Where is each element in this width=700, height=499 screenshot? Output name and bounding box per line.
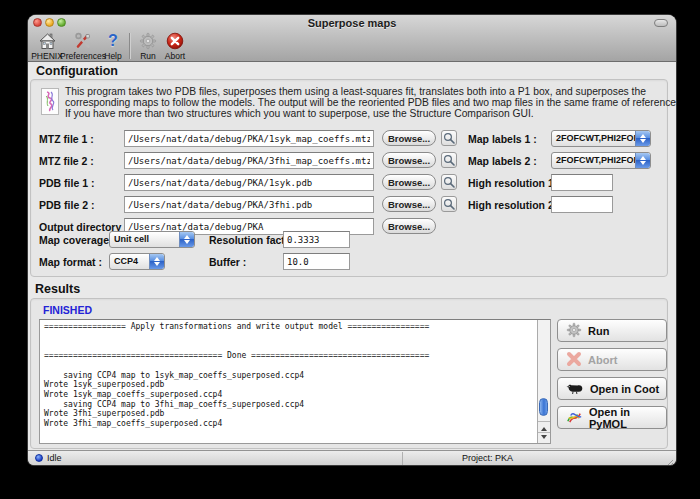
open-in-pymol-button[interactable]: Open in PyMOL	[557, 406, 667, 429]
magnifier-button[interactable]	[441, 174, 457, 190]
status-bar: Idle Project: PKA	[28, 450, 676, 465]
map-format-label: Map format :	[39, 256, 102, 268]
high-resolution-2-label: High resolution 2 :	[468, 199, 560, 211]
configuration-panel: This program takes two PDB files, superp…	[30, 79, 668, 277]
scrollbar-thumb[interactable]	[539, 398, 548, 416]
console-panel: ================= Apply transformations …	[39, 319, 551, 444]
toolbar-toggle-button[interactable]	[654, 19, 668, 27]
scrollbar[interactable]	[537, 320, 550, 443]
toolbar-help-label: Help	[104, 51, 121, 61]
app-window: Superpose maps PHENIX	[28, 15, 676, 465]
pdb-file-2-label: PDB file 2 :	[39, 199, 94, 211]
status-idle-text: Idle	[47, 453, 62, 463]
tools-icon	[74, 31, 93, 50]
toolbar-separator	[129, 33, 130, 59]
stepper-arrows-icon	[635, 131, 650, 146]
map-coverage-row: Map coverage : Unit cell Resolution fact…	[31, 231, 669, 249]
stepper-arrows-icon	[635, 153, 650, 168]
mtz-file-1-input[interactable]	[124, 130, 374, 147]
open-in-coot-label: Open in Coot	[590, 383, 659, 395]
screen: Superpose maps PHENIX	[0, 0, 700, 499]
abort-x-icon	[166, 31, 184, 50]
mtz-file-2-browse-button[interactable]: Browse...	[382, 152, 436, 168]
toolbar-run-button[interactable]: Run	[135, 31, 161, 61]
coot-bird-icon	[566, 381, 584, 397]
pdb-file-2-input[interactable]	[124, 196, 374, 213]
magnifier-button[interactable]	[441, 196, 457, 212]
map-format-dropdown[interactable]: CCP4	[109, 253, 165, 270]
mtz-file-1-browse-button[interactable]: Browse...	[382, 130, 436, 146]
program-description: This program takes two PDB files, superp…	[65, 86, 676, 120]
gear-icon	[566, 322, 582, 340]
up-arrow-icon	[541, 424, 547, 431]
scroll-down-button[interactable]	[538, 432, 550, 443]
map-format-row: Map format : CCP4 Buffer :	[31, 253, 669, 271]
run-button-label: Run	[588, 325, 609, 337]
status-text: FINISHED	[43, 304, 92, 316]
high-resolution-1-input[interactable]	[551, 174, 613, 191]
window-title: Superpose maps	[28, 17, 676, 30]
window-chrome: Superpose maps PHENIX	[28, 15, 676, 62]
map-coverage-value: Unit cell	[110, 232, 179, 247]
mtz-file-2-label: MTZ file 2 :	[39, 155, 94, 167]
protein-document-icon	[41, 88, 59, 119]
toolbar-abort-button[interactable]: Abort	[159, 31, 191, 61]
abort-button[interactable]: Abort	[557, 348, 667, 371]
results-panel: FINISHED ================= Apply transfo…	[30, 298, 668, 449]
high-resolution-1-label: High resolution 1 :	[468, 177, 560, 189]
map-labels-1-value: 2FOFCWT,PHI2FOF...	[552, 131, 635, 146]
description-line-2: corresponding maps to follow the models.…	[65, 97, 676, 108]
toolbar-help-button[interactable]: ? Help	[100, 31, 126, 61]
magnifier-button[interactable]	[441, 130, 457, 146]
resize-grip[interactable]	[665, 454, 674, 465]
map-labels-2-dropdown[interactable]: 2FOFCWT,PHI2FOF...	[551, 152, 651, 169]
abort-x-icon	[566, 351, 582, 369]
map-labels-1-dropdown[interactable]: 2FOFCWT,PHI2FOF...	[551, 130, 651, 147]
gear-icon	[139, 31, 157, 50]
abort-button-label: Abort	[588, 354, 617, 366]
pdb-file-2-browse-button[interactable]: Browse...	[382, 196, 436, 212]
toolbar-abort-label: Abort	[165, 51, 185, 61]
resolution-factor-input[interactable]	[283, 231, 350, 248]
mtz-file-2-input[interactable]	[124, 152, 374, 169]
mtz-file-2-row: MTZ file 2 : Browse... Map labels 2 : 2F…	[31, 152, 669, 170]
down-arrow-icon	[541, 435, 547, 442]
map-labels-1-label: Map labels 1 :	[468, 133, 537, 145]
stepper-arrows-icon	[149, 254, 164, 269]
open-in-coot-button[interactable]: Open in Coot	[557, 377, 667, 400]
toolbar-run-label: Run	[140, 51, 156, 61]
map-coverage-dropdown[interactable]: Unit cell	[109, 231, 195, 248]
mtz-file-1-row: MTZ file 1 : Browse... Map labels 1 : 2F…	[31, 130, 669, 148]
pdb-file-1-input[interactable]	[124, 174, 374, 191]
pdb-file-1-label: PDB file 1 :	[39, 177, 94, 189]
map-labels-2-value: 2FOFCWT,PHI2FOF...	[552, 153, 635, 168]
high-resolution-2-input[interactable]	[551, 196, 613, 213]
mtz-file-1-label: MTZ file 1 :	[39, 133, 94, 145]
map-coverage-label: Map coverage :	[39, 234, 115, 246]
open-in-pymol-label: Open in PyMOL	[589, 406, 666, 430]
pymol-ribbon-icon	[566, 408, 583, 427]
buffer-label: Buffer :	[209, 256, 246, 268]
map-format-value: CCP4	[110, 254, 149, 269]
configuration-heading: Configuration	[36, 64, 118, 78]
pdb-file-1-browse-button[interactable]: Browse...	[382, 174, 436, 190]
console-output[interactable]: ================= Apply transformations …	[40, 320, 537, 443]
buffer-input[interactable]	[283, 253, 350, 270]
stepper-arrows-icon	[179, 232, 194, 247]
run-button[interactable]: Run	[557, 319, 667, 342]
status-indicator-icon	[35, 454, 43, 462]
description-line-3: If you have more than two structures whi…	[65, 108, 676, 119]
home-icon	[38, 31, 57, 50]
project-label: Project: PKA	[462, 453, 513, 463]
question-mark-icon: ?	[108, 31, 118, 50]
pdb-file-1-row: PDB file 1 : Browse... High resolution 1…	[31, 174, 669, 192]
scroll-up-button[interactable]	[538, 421, 550, 432]
status-bar-divider	[402, 452, 403, 465]
map-labels-2-label: Map labels 2 :	[468, 155, 537, 167]
magnifier-button[interactable]	[441, 152, 457, 168]
description-line-1: This program takes two PDB files, superp…	[65, 86, 676, 97]
results-heading: Results	[35, 282, 80, 296]
pdb-file-2-row: PDB file 2 : Browse... High resolution 2…	[31, 196, 669, 214]
